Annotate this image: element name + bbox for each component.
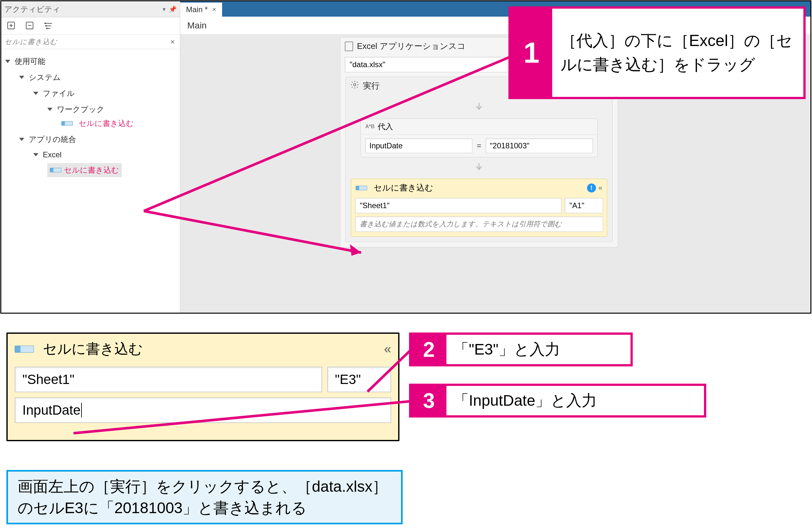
clear-search-icon[interactable]: × <box>169 38 177 46</box>
svg-point-9 <box>46 25 47 26</box>
activity-bar-icon <box>61 121 73 126</box>
svg-point-10 <box>46 28 47 29</box>
write-cell-detail-title: セルに書き込む <box>43 340 143 358</box>
gear-icon <box>350 80 359 91</box>
activities-tree: 使用可能 システム ファイル ワークブック セルに <box>1 49 180 184</box>
filter-icon[interactable] <box>43 20 54 32</box>
assign-equals-label: = <box>476 141 482 150</box>
assign-ab-icon: A*B <box>365 124 375 129</box>
assign-activity[interactable]: A*B 代入 InputDate = "20181003" <box>361 119 598 157</box>
write-cell-address-input[interactable]: "A1" <box>565 198 603 213</box>
excel-scope-title: Excel アプリケーションスコ <box>357 41 466 52</box>
write-cell-detail-card: セルに書き込む « "Sheet1" "E3" InputDate <box>6 332 400 441</box>
callout-step-1: 1 ［代入］の下に［Excel］の［セルに書き込む］をドラッグ <box>508 6 806 99</box>
collapse-all-icon[interactable] <box>24 20 36 32</box>
detail-cell-input[interactable]: "E3" <box>327 367 391 392</box>
callout-2-number: 2 <box>411 335 446 364</box>
activities-panel-header: アクティビティ ▾ 📌 <box>1 1 180 17</box>
write-cell-detail-header: セルに書き込む « <box>8 334 398 364</box>
tree-node-workbook[interactable]: ワークブック <box>46 102 177 116</box>
assign-to-input[interactable]: InputDate <box>365 139 472 153</box>
activity-bar-icon <box>50 168 61 172</box>
detail-value-input[interactable]: InputDate <box>15 398 391 423</box>
activities-panel: アクティビティ ▾ 📌 セルに書き込む × 使用可能 <box>1 1 180 313</box>
collapse-icon[interactable]: « <box>384 342 391 356</box>
callout-step-3: 3 「InputDate」と入力 <box>409 384 706 418</box>
tree-node-excel[interactable]: Excel <box>32 148 177 161</box>
write-cell-title: セルに書き込む <box>374 182 433 193</box>
do-sequence-title: 実行 <box>363 80 380 91</box>
tab-close-icon[interactable]: × <box>212 5 216 14</box>
pin-icon[interactable]: 📌 <box>169 5 177 13</box>
activity-bar-icon <box>356 186 367 190</box>
callout-3-text: 「InputDate」と入力 <box>446 386 704 415</box>
tree-node-file[interactable]: ファイル <box>32 86 177 100</box>
do-sequence-card[interactable]: 実行 ! « A*B <box>346 77 613 242</box>
flow-arrow-icon <box>351 100 607 116</box>
tree-node-available[interactable]: 使用可能 <box>4 54 177 68</box>
assign-header: A*B 代入 <box>361 119 597 134</box>
flow-arrow-icon <box>351 160 607 176</box>
callout-1-number: 1 <box>511 9 552 97</box>
write-cell-value-input[interactable]: 書き込む値または数式を入力します。テキストは引用符で囲む <box>355 216 603 232</box>
callout-1-text: ［代入］の下に［Excel］の［セルに書き込む］をドラッグ <box>552 9 803 97</box>
result-note-text: 画面左上の［実行］をクリックすると、［data.xlsx］のセルE3に「2018… <box>18 476 391 519</box>
assign-title: 代入 <box>378 121 393 132</box>
tree-leaf-write-cell-excel[interactable]: セルに書き込む <box>46 161 177 179</box>
tree-leaf-write-cell-workbook[interactable]: セルに書き込む <box>60 116 177 130</box>
svg-point-8 <box>45 23 46 24</box>
assign-value-input[interactable]: "20181003" <box>486 139 593 153</box>
detail-sheet-input[interactable]: "Sheet1" <box>15 367 322 392</box>
write-cell-header: セルに書き込む ! « <box>351 179 607 197</box>
activities-search-row: セルに書き込む × <box>1 34 180 49</box>
tree-node-app-integration[interactable]: アプリの統合 <box>18 132 177 146</box>
activity-bar-icon <box>15 346 34 353</box>
collapse-icon[interactable]: « <box>598 184 603 192</box>
tab-main[interactable]: Main * × <box>180 2 222 17</box>
activities-toolbar <box>1 17 180 34</box>
callout-3-number: 3 <box>411 386 446 415</box>
tree-node-system[interactable]: システム <box>18 70 177 84</box>
info-badge-icon[interactable]: ! <box>587 184 596 192</box>
activities-search-input[interactable]: セルに書き込む <box>4 37 169 47</box>
tab-label: Main * <box>186 5 208 14</box>
callout-step-2: 2 「"E3"」と入力 <box>409 332 633 366</box>
result-note: 画面左上の［実行］をクリックすると、［data.xlsx］のセルE3に「2018… <box>6 470 403 524</box>
callout-2-text: 「"E3"」と入力 <box>446 335 630 364</box>
write-cell-activity[interactable]: セルに書き込む ! « "Sheet1" "A1" <box>351 179 607 236</box>
svg-point-11 <box>354 84 356 86</box>
document-icon <box>345 42 353 51</box>
write-cell-sheet-input[interactable]: "Sheet1" <box>355 198 562 213</box>
expand-all-icon[interactable] <box>6 20 17 32</box>
panel-dropdown-icon[interactable]: ▾ <box>163 6 165 13</box>
activities-panel-title: アクティビティ <box>4 4 60 14</box>
